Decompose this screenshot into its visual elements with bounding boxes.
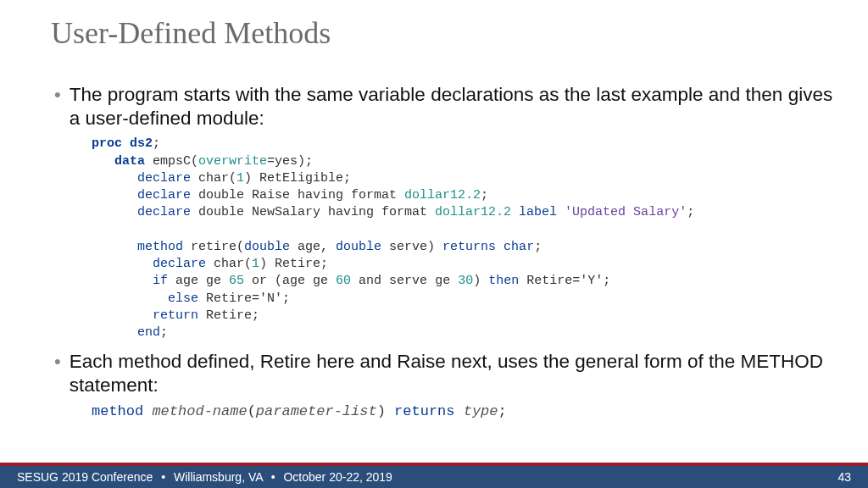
slide: User-Defined Methods • The program start… xyxy=(0,0,868,488)
footer-bar: SESUG 2019 Conference • Williamsburg, VA… xyxy=(0,463,868,488)
bullet-2: • Each method defined, Retire here and R… xyxy=(54,350,834,397)
slide-body: • The program starts with the same varia… xyxy=(54,83,834,419)
footer-location: Williamsburg, VA xyxy=(174,470,263,484)
footer-conference: SESUG 2019 Conference xyxy=(17,470,153,484)
footer-date: October 20-22, 2019 xyxy=(283,470,392,484)
slide-title: User-Defined Methods xyxy=(51,15,331,51)
bullet-dot-icon: • xyxy=(54,350,61,374)
syntax-line: method method-name(parameter-list) retur… xyxy=(92,403,834,419)
bullet-2-text: Each method defined, Retire here and Rai… xyxy=(70,350,834,397)
footer-sep-icon: • xyxy=(161,470,165,484)
code-block: proc ds2; data empsC(overwrite=yes); dec… xyxy=(92,136,834,341)
bullet-1: • The program starts with the same varia… xyxy=(54,83,834,130)
footer-page-number: 43 xyxy=(837,470,851,484)
bullet-1-text: The program starts with the same variabl… xyxy=(70,83,834,130)
footer-left: SESUG 2019 Conference • Williamsburg, VA… xyxy=(17,470,392,484)
footer-sep-icon: • xyxy=(271,470,275,484)
bullet-dot-icon: • xyxy=(54,83,61,107)
